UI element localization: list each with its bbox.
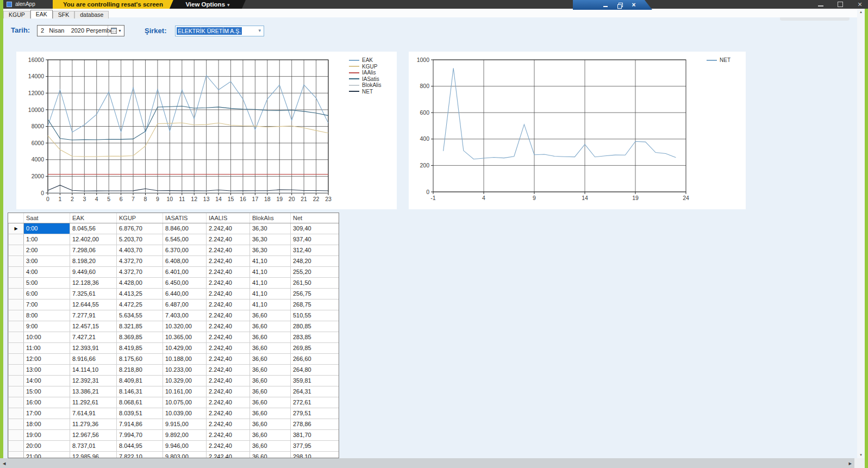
table-cell[interactable]: 36,60 (250, 321, 291, 332)
scroll-down-icon[interactable]: ▾ (860, 452, 862, 458)
scroll-right-icon[interactable]: ▸ (846, 460, 854, 467)
table-cell[interactable]: 10.161,00 (163, 386, 207, 397)
table-cell[interactable]: 359,81 (291, 375, 339, 386)
table-cell[interactable]: 41,10 (250, 299, 291, 310)
table-cell[interactable]: 4:00 (24, 266, 70, 277)
table-cell[interactable]: 2.242,40 (207, 397, 250, 408)
table-cell[interactable]: 264,31 (291, 386, 339, 397)
table-cell[interactable]: 7.614,91 (70, 408, 117, 419)
row-header-cell[interactable] (9, 342, 24, 353)
table-cell[interactable]: 2.242,40 (207, 255, 250, 266)
tab-eak[interactable]: EAK (30, 10, 53, 18)
row-header-cell[interactable] (9, 266, 24, 277)
date-picker[interactable]: 2 Nisan 2020 Perşembe ▾ (37, 25, 124, 36)
table-cell[interactable]: 283,85 (291, 332, 339, 342)
table-cell[interactable]: 41,10 (250, 255, 291, 266)
table-cell[interactable]: 2.242,40 (207, 321, 250, 332)
table-cell[interactable]: 6.370,00 (163, 245, 207, 255)
table-cell[interactable]: 9.892,00 (163, 429, 207, 440)
table-cell[interactable]: 6.440,00 (163, 288, 207, 299)
table-cell[interactable]: 15:00 (24, 386, 70, 397)
table-cell[interactable]: 381,70 (291, 429, 339, 440)
row-header-cell[interactable] (9, 353, 24, 364)
table-cell[interactable]: 8.044,95 (117, 440, 163, 451)
row-header-cell[interactable] (9, 451, 24, 458)
table-cell[interactable]: 12.644,55 (70, 299, 117, 310)
table-cell[interactable]: 8.737,01 (70, 440, 117, 451)
table-cell[interactable]: 278,86 (291, 419, 339, 429)
table-cell[interactable]: 8.045,56 (70, 223, 117, 234)
remote-close-button[interactable]: × (630, 2, 637, 8)
table-cell[interactable]: 12.402,00 (70, 234, 117, 245)
table-cell[interactable]: 10.429,00 (163, 342, 207, 353)
table-cell[interactable]: 11.279,36 (70, 419, 117, 429)
table-cell[interactable]: 6.408,00 (163, 255, 207, 266)
table-cell[interactable]: 7.277,91 (70, 310, 117, 321)
table-cell[interactable]: 14.114,10 (70, 364, 117, 375)
column-header-iaalis[interactable]: IAALIS (207, 213, 250, 223)
table-cell[interactable]: 19:00 (24, 429, 70, 440)
table-cell[interactable]: 5.634,55 (117, 310, 163, 321)
table-cell[interactable]: 2.242,40 (207, 375, 250, 386)
column-header-kgup[interactable]: KGUP (117, 213, 163, 223)
table-cell[interactable]: 4.372,70 (117, 266, 163, 277)
row-header-cell[interactable] (9, 429, 24, 440)
table-cell[interactable]: 2.242,40 (207, 364, 250, 375)
window-restore-button[interactable] (836, 1, 844, 8)
table-cell[interactable]: 11:00 (24, 342, 70, 353)
table-cell[interactable]: 36,60 (250, 408, 291, 419)
company-select[interactable]: ELEKTRİK ÜRETİM A.Ş. ▾ (175, 26, 264, 36)
table-cell[interactable]: 8.369,85 (117, 332, 163, 342)
row-header-cell[interactable] (9, 299, 24, 310)
table-cell[interactable]: 2.242,40 (207, 419, 250, 429)
table-cell[interactable]: 4.428,00 (117, 277, 163, 288)
table-cell[interactable]: 10.039,00 (163, 408, 207, 419)
table-cell[interactable]: 266,60 (291, 353, 339, 364)
table-cell[interactable]: 2.242,40 (207, 429, 250, 440)
table-cell[interactable]: 8.218,80 (117, 364, 163, 375)
table-cell[interactable]: 2.242,40 (207, 223, 250, 234)
table-cell[interactable]: 298,10 (291, 451, 339, 458)
column-header-net[interactable]: Net (291, 213, 339, 223)
table-cell[interactable]: 36,30 (250, 223, 291, 234)
table-cell[interactable]: 5:00 (24, 277, 70, 288)
table-cell[interactable]: 2.242,40 (207, 408, 250, 419)
table-cell[interactable]: 2.242,40 (207, 310, 250, 321)
table-cell[interactable]: 18:00 (24, 419, 70, 429)
table-cell[interactable]: 41,10 (250, 266, 291, 277)
row-header-cell[interactable] (9, 364, 24, 375)
date-dropdown-button[interactable]: ▾ (108, 26, 124, 36)
table-cell[interactable]: 41,10 (250, 277, 291, 288)
table-cell[interactable]: 12.985,96 (70, 451, 117, 458)
table-cell[interactable]: 261,50 (291, 277, 339, 288)
table-cell[interactable]: 2:00 (24, 245, 70, 255)
table-cell[interactable]: 8.068,61 (117, 397, 163, 408)
table-cell[interactable]: 8.321,85 (117, 321, 163, 332)
table-cell[interactable]: 3:00 (24, 255, 70, 266)
table-cell[interactable]: 16:00 (24, 397, 70, 408)
table-cell[interactable]: 9.803,00 (163, 451, 207, 458)
table-cell[interactable]: 8.419,85 (117, 342, 163, 353)
row-header-cell[interactable] (9, 440, 24, 451)
table-cell[interactable]: 248,20 (291, 255, 339, 266)
table-cell[interactable]: 6.487,00 (163, 299, 207, 310)
table-cell[interactable]: 36,60 (250, 342, 291, 353)
table-cell[interactable]: 8.198,20 (70, 255, 117, 266)
table-cell[interactable]: 12.967,56 (70, 429, 117, 440)
table-cell[interactable]: 4.372,70 (117, 255, 163, 266)
table-cell[interactable]: 12.128,36 (70, 277, 117, 288)
table-cell[interactable]: 36,60 (250, 419, 291, 429)
row-header-cell[interactable] (9, 386, 24, 397)
table-cell[interactable]: 4.413,25 (117, 288, 163, 299)
column-header-saat[interactable]: Saat (24, 213, 70, 223)
table-cell[interactable]: 8.039,51 (117, 408, 163, 419)
table-cell[interactable]: 256,75 (291, 288, 339, 299)
scroll-left-icon[interactable]: ◂ (0, 460, 9, 467)
table-cell[interactable]: 36,60 (250, 375, 291, 386)
row-header-cell[interactable] (9, 255, 24, 266)
row-header-cell[interactable] (9, 234, 24, 245)
view-options-button[interactable]: View Options▾ (170, 0, 246, 9)
row-header-cell[interactable] (9, 419, 24, 429)
row-header-cell[interactable] (9, 375, 24, 386)
table-cell[interactable]: 10.188,00 (163, 353, 207, 364)
